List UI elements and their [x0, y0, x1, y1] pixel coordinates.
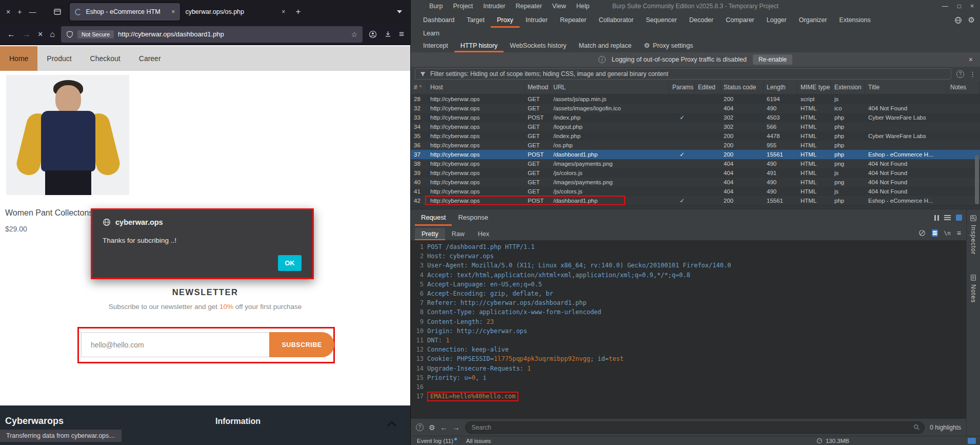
save-page-icon[interactable]: [384, 30, 392, 38]
history-row[interactable]: 28http://cyberwar.opsGET/assets/js/app.m…: [411, 94, 980, 104]
email-input[interactable]: [81, 332, 284, 357]
tab-extensions[interactable]: Extensions: [833, 12, 877, 28]
history-row[interactable]: 37http://cyberwar.opsPOST/dashboard1.php…: [411, 150, 980, 159]
viewtab-hex[interactable]: Hex: [471, 228, 496, 240]
history-row[interactable]: 35http://cyberwar.opsGET/index.php200447…: [411, 131, 980, 141]
corner-badge-icon[interactable]: [968, 438, 976, 444]
search-input[interactable]: [465, 421, 925, 434]
editor-menu-icon[interactable]: ≡: [957, 229, 961, 237]
history-row[interactable]: 39http://cyberwar.opsGET/js/colors.js404…: [411, 168, 980, 178]
hamburger-menu-icon[interactable]: ≡: [399, 29, 404, 40]
request-editor[interactable]: 1234567891011121314151617 POST /dashboar…: [411, 240, 966, 418]
tab-overview-icon[interactable]: [53, 8, 62, 16]
scroll-top-chevron-icon[interactable]: [387, 421, 397, 427]
subtab-proxy-settings[interactable]: ⚙Proxy settings: [637, 39, 699, 52]
window-minimize-icon[interactable]: —: [29, 8, 36, 16]
new-tab-button[interactable]: +: [295, 7, 301, 17]
search-settings-icon[interactable]: ⚙: [429, 423, 435, 432]
tab-decoder[interactable]: Decoder: [683, 12, 719, 28]
menu-help[interactable]: Help: [576, 3, 590, 10]
layout-rows-icon[interactable]: [944, 215, 951, 220]
home-button[interactable]: ⌂: [50, 30, 55, 39]
url-bar[interactable]: Not Secure http://cyberwar.ops/dashboard…: [61, 26, 363, 43]
all-issues-button[interactable]: All issues: [466, 438, 491, 444]
event-log-button[interactable]: Event log (11): [417, 438, 457, 444]
site-nav-checkout[interactable]: Checkout: [81, 46, 130, 71]
column-header-mime-type[interactable]: MIME type: [797, 81, 831, 94]
editor-tab-response[interactable]: Response: [452, 209, 494, 226]
pause-icon[interactable]: [934, 215, 939, 221]
search-help-icon[interactable]: ?: [416, 423, 424, 431]
newline-toggle-icon[interactable]: \n: [944, 230, 951, 237]
inspector-icon[interactable]: [970, 215, 977, 222]
layout-fill-icon[interactable]: [956, 215, 962, 221]
tab-repeater[interactable]: Repeater: [554, 12, 592, 28]
window-maximize-icon[interactable]: +: [17, 8, 22, 16]
browser-tab[interactable]: cyberwar.ops/os.php×: [180, 3, 290, 21]
site-nav-home[interactable]: Home: [0, 46, 37, 71]
tab-proxy[interactable]: Proxy: [491, 12, 519, 28]
subtab-websockets-history[interactable]: WebSockets history: [504, 39, 572, 52]
column-header-url[interactable]: URL: [550, 81, 669, 94]
column-header-[interactable]: #^: [411, 81, 427, 94]
column-header-extension[interactable]: Extension: [831, 81, 865, 94]
tab-collaborator[interactable]: Collaborator: [592, 12, 639, 28]
history-row[interactable]: 38http://cyberwar.opsGET/images/payments…: [411, 159, 980, 168]
tab-list-caret-icon[interactable]: [397, 10, 402, 13]
magnifier-icon[interactable]: [913, 424, 920, 431]
filter-settings-bar[interactable]: Filter settings: Hiding out of scope ite…: [415, 68, 951, 80]
viewtab-pretty[interactable]: Pretty: [415, 228, 445, 240]
hide-chars-icon[interactable]: [918, 229, 926, 237]
menu-repeater[interactable]: Repeater: [515, 3, 542, 10]
tab-logger[interactable]: Logger: [761, 12, 793, 28]
syntax-highlight-icon[interactable]: [932, 229, 938, 237]
history-row[interactable]: 36http://cyberwar.opsGET/os.php200955HTM…: [411, 141, 980, 150]
url-text[interactable]: http://cyberwar.ops/dashboard1.php: [118, 30, 347, 38]
panel-splitter[interactable]: [411, 205, 980, 209]
column-header-method[interactable]: Method: [525, 81, 550, 94]
editor-tab-request[interactable]: Request: [415, 209, 452, 226]
menu-intruder[interactable]: Intruder: [483, 3, 505, 10]
tab-close-icon[interactable]: ×: [282, 8, 285, 15]
notes-icon[interactable]: [970, 274, 977, 281]
tab-sequencer[interactable]: Sequencer: [639, 12, 683, 28]
column-header-status-code[interactable]: Status code: [721, 81, 764, 94]
menu-view[interactable]: View: [552, 3, 566, 10]
subtab-intercept[interactable]: Intercept: [417, 39, 454, 52]
help-icon[interactable]: ?: [956, 70, 964, 78]
tab-close-icon[interactable]: ×: [171, 8, 175, 15]
viewtab-raw[interactable]: Raw: [445, 228, 471, 240]
history-row[interactable]: 41http://cyberwar.opsGET/js/colors.js404…: [411, 187, 980, 196]
notes-tab[interactable]: Notes: [970, 284, 977, 303]
window-close-icon[interactable]: ×: [6, 8, 10, 16]
stop-button[interactable]: ×: [38, 30, 43, 39]
burp-minimize-icon[interactable]: —: [942, 3, 948, 10]
tab-organizer[interactable]: Organizer: [793, 12, 833, 28]
bookmark-star-icon[interactable]: ☆: [351, 30, 358, 38]
subtab-http-history[interactable]: HTTP history: [454, 39, 504, 52]
burp-maximize-icon[interactable]: □: [957, 3, 961, 10]
tab-intruder[interactable]: Intruder: [519, 12, 554, 28]
site-nav-product[interactable]: Product: [37, 46, 81, 71]
shield-icon[interactable]: [66, 31, 73, 38]
column-header-notes[interactable]: Notes: [947, 81, 980, 94]
forward-button[interactable]: →: [23, 30, 31, 39]
tab-target[interactable]: Target: [461, 12, 491, 28]
tab-comparer[interactable]: Comparer: [719, 12, 761, 28]
burp-close-icon[interactable]: ×: [970, 3, 974, 10]
history-row[interactable]: 40http://cyberwar.opsGET/images/payments…: [411, 178, 980, 187]
settings-gear-icon[interactable]: ⚙: [968, 15, 975, 25]
column-header-title[interactable]: Title: [865, 81, 947, 94]
column-header-params[interactable]: Params: [669, 81, 695, 94]
prev-match-icon[interactable]: ←: [441, 423, 448, 432]
history-row[interactable]: 42http://cyberwar.opsPOST/dashboard1.php…: [411, 196, 980, 205]
tab-learn[interactable]: Learn: [417, 28, 446, 39]
re-enable-button[interactable]: Re-enable: [753, 54, 792, 65]
column-header-edited[interactable]: Edited: [695, 81, 721, 94]
account-icon[interactable]: [369, 30, 377, 38]
kebab-menu-icon[interactable]: ⋮: [969, 70, 976, 78]
subtab-match-and-replace[interactable]: Match and replace: [573, 39, 638, 52]
globe-icon[interactable]: [954, 16, 962, 24]
next-match-icon[interactable]: →: [453, 423, 460, 432]
banner-close-icon[interactable]: ×: [969, 55, 973, 64]
